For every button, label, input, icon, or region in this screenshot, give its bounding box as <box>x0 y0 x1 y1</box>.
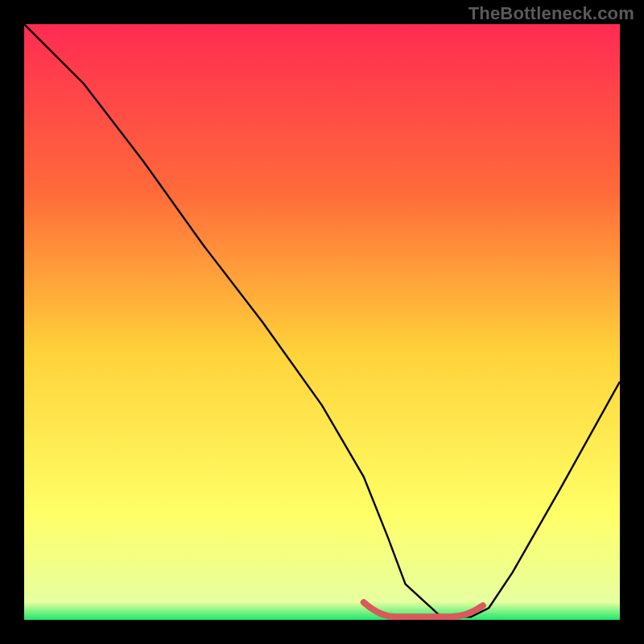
watermark-text: TheBottleneck.com <box>469 3 634 24</box>
plot-area <box>24 24 620 620</box>
chart-container: TheBottleneck.com <box>0 0 644 644</box>
chart-svg <box>24 24 620 620</box>
gradient-background <box>24 24 620 620</box>
